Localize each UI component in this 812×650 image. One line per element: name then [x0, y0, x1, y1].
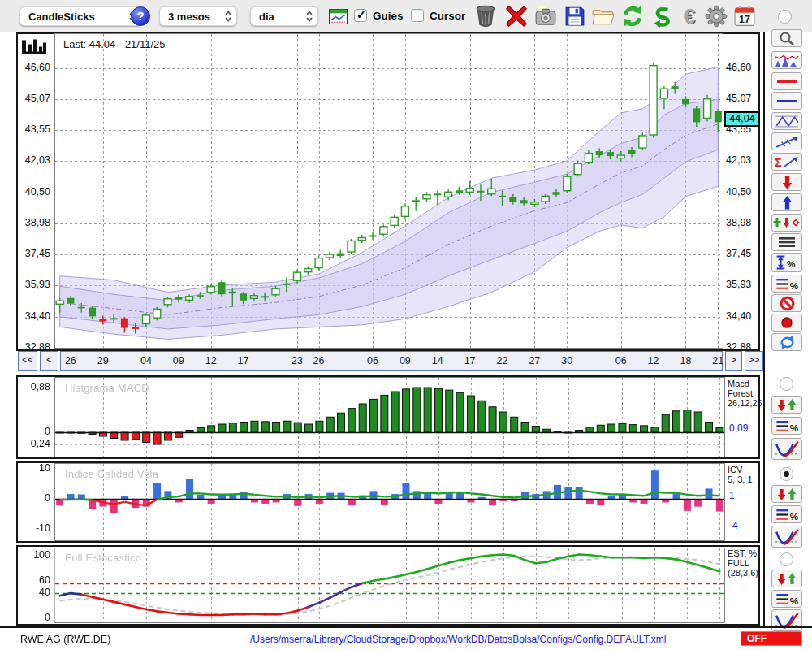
levels-percent-icon: % — [775, 276, 799, 292]
euro-icon[interactable]: € — [676, 4, 702, 28]
levels-percent-icon: % — [775, 592, 799, 607]
date-tick-label: 12 — [648, 355, 659, 366]
axis-label: 42,03 — [19, 154, 50, 166]
trash-icon[interactable] — [473, 4, 499, 28]
date-tick-label: 26 — [313, 355, 325, 366]
main-toolbar: CandleSticks ? 3 mesos dia ✓ Guies Curso… — [0, 0, 812, 32]
interval-select[interactable]: dia — [250, 6, 318, 26]
check-icon: ✓ — [356, 8, 366, 21]
stochastic-levels-button[interactable]: % — [771, 590, 802, 608]
guies-checkbox[interactable]: ✓ — [354, 9, 367, 22]
off-button[interactable]: OFF — [741, 631, 802, 646]
curves-icon — [774, 440, 800, 458]
date-axis-strip: 26290409121723260609141722273006121821 — [60, 351, 723, 370]
date-tick-label: 06 — [615, 355, 627, 366]
rows-button[interactable] — [771, 233, 802, 251]
scroll-left-button[interactable]: < — [40, 351, 58, 370]
macd-curves-button[interactable] — [771, 438, 802, 460]
sum-trend-button[interactable]: Σ — [771, 153, 802, 171]
red-level-line-button[interactable] — [771, 72, 802, 90]
swap-arrows-button[interactable] — [771, 333, 802, 351]
axis-label: 34,40 — [19, 310, 50, 322]
axis-label: 46,60 — [19, 62, 50, 73]
date-tick-label: 06 — [367, 355, 378, 366]
macd-levels-button[interactable]: % — [771, 417, 802, 435]
svg-text:%: % — [790, 422, 799, 432]
period-select[interactable]: 3 mesos — [159, 6, 237, 26]
refresh-icon[interactable] — [620, 4, 646, 28]
icv-radio[interactable] — [780, 467, 793, 481]
main-chart-radio[interactable] — [778, 10, 792, 24]
axis-label: 100 — [18, 549, 50, 561]
snapshot-icon[interactable] — [533, 4, 559, 28]
gear-icon[interactable] — [703, 4, 729, 28]
add-marker-button[interactable] — [771, 214, 802, 232]
trend-line-button[interactable] — [771, 132, 802, 150]
delete-icon[interactable] — [503, 4, 529, 28]
blue-level-line-button[interactable] — [771, 92, 802, 110]
date-tick-label: 18 — [680, 355, 691, 366]
guies-label: Guies — [373, 10, 404, 22]
scroll-far-left-button[interactable]: << — [18, 351, 37, 370]
help-label: ? — [136, 9, 144, 23]
record-button[interactable] — [771, 314, 802, 332]
arrow-down-red-icon — [782, 176, 793, 189]
chart-type-select[interactable]: CandleSticks — [19, 6, 141, 26]
scroll-far-right-button[interactable]: >> — [745, 351, 763, 370]
zoom-button[interactable] — [771, 29, 802, 47]
icv-arrows-button[interactable] — [771, 485, 802, 503]
icv-indicator-name: ICV 5, 3, 1 — [728, 465, 763, 484]
date-tick-label: 14 — [432, 355, 443, 366]
scroll-right-button[interactable]: > — [725, 351, 742, 370]
stochastic-chart-canvas — [54, 548, 725, 623]
icv-panel-title: Indice Calidad Vela — [65, 468, 158, 480]
axis-label: 0 — [18, 492, 50, 504]
cursor-label: Cursor — [430, 10, 465, 22]
arrows-up-down-icon — [775, 399, 798, 411]
axis-label: 38,98 — [726, 217, 760, 228]
trend-line-icon — [774, 135, 800, 149]
axis-label: 37,45 — [726, 248, 760, 259]
icv-levels-button[interactable]: % — [771, 505, 802, 523]
zigzag-channel-button[interactable] — [771, 112, 802, 130]
cursor-checkbox[interactable] — [411, 9, 424, 22]
status-divider — [0, 626, 812, 628]
indicator-chart-button[interactable] — [771, 51, 802, 69]
sync-icon[interactable] — [648, 4, 674, 28]
axis-label: 0 — [18, 612, 50, 623]
icv-current-low: -4 — [729, 520, 762, 531]
stochastic-radio[interactable] — [780, 552, 793, 566]
help-button[interactable]: ? — [131, 6, 150, 26]
macd-radio[interactable] — [780, 377, 793, 391]
svg-text:Σ: Σ — [775, 155, 781, 168]
chart-type-value: CandleSticks — [28, 11, 95, 23]
macd-current-value: 0,09 — [729, 422, 762, 434]
date-tick-label: 30 — [561, 355, 572, 366]
levels-percent-button[interactable]: % — [771, 275, 802, 292]
open-folder-icon[interactable] — [590, 4, 616, 28]
sum-trend-icon: Σ — [774, 155, 800, 169]
calendar-icon[interactable]: 17 — [732, 4, 758, 28]
svg-text:%: % — [787, 258, 796, 270]
icv-current-high: 1 — [729, 490, 762, 501]
save-icon[interactable] — [562, 4, 588, 28]
stochastic-arrows-button[interactable] — [771, 570, 802, 587]
macd-arrows-button[interactable] — [771, 396, 802, 414]
icv-curves-button[interactable] — [771, 526, 802, 548]
disable-button[interactable] — [771, 294, 802, 312]
window-chart-icon[interactable] — [325, 4, 351, 28]
measure-percent-button[interactable]: % — [771, 253, 802, 272]
arrow-down-button[interactable] — [771, 173, 802, 191]
indicator-chart-icon — [774, 53, 800, 67]
date-tick-label: 17 — [238, 355, 249, 366]
zigzag-icon — [774, 115, 800, 128]
date-tick-label: 12 — [205, 355, 217, 366]
config-path-link[interactable]: /Users/mserra/Library/CloudStorage/Dropb… — [250, 634, 666, 645]
swap-arrows-icon — [779, 335, 796, 350]
axis-label: 60 — [18, 574, 50, 586]
arrow-up-button[interactable] — [771, 193, 802, 211]
interval-value: dia — [259, 11, 274, 23]
svg-text:%: % — [790, 280, 799, 290]
levels-percent-icon: % — [775, 507, 799, 522]
date-tick-label: 23 — [292, 355, 303, 366]
